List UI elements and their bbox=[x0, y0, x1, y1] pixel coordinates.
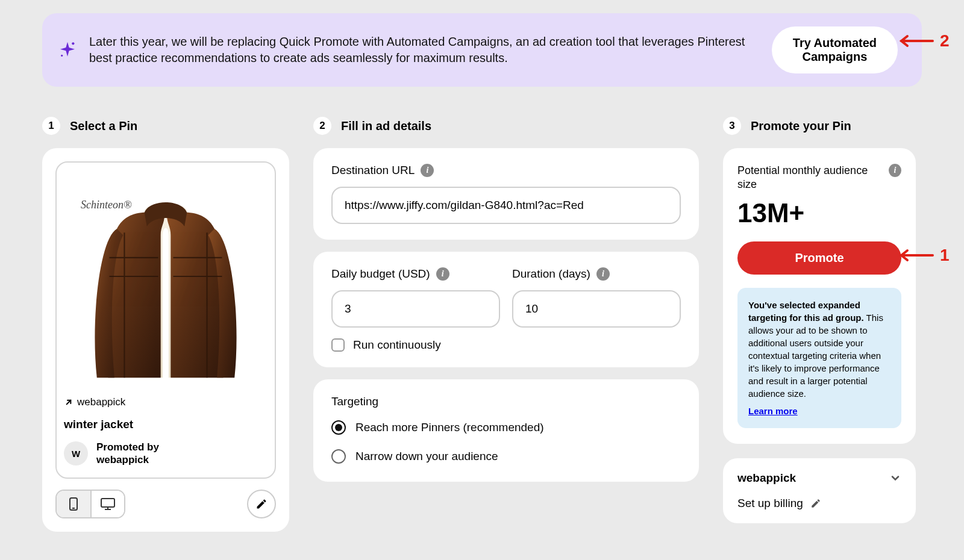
arrow-left-icon bbox=[898, 248, 934, 263]
external-link-icon bbox=[64, 397, 74, 407]
promoted-by: Promoted by webappick bbox=[96, 441, 159, 467]
radio-unselected-icon bbox=[331, 449, 346, 464]
notice-bold: You've selected expanded targeting for t… bbox=[748, 300, 864, 323]
expanded-targeting-notice: You've selected expanded targeting for t… bbox=[737, 288, 901, 428]
billing-account-name: webappick bbox=[737, 471, 796, 485]
set-up-billing-label: Set up billing bbox=[737, 497, 803, 510]
targeting-option-2-label: Narrow down your audience bbox=[355, 450, 498, 463]
targeting-option-1-label: Reach more Pinners (recommended) bbox=[355, 421, 544, 434]
info-icon[interactable]: i bbox=[436, 267, 449, 281]
info-icon[interactable]: i bbox=[421, 164, 434, 177]
annotation-number-2: 2 bbox=[940, 31, 950, 51]
step-2-title: Fill in ad details bbox=[341, 119, 431, 133]
step-3-title: Promote your Pin bbox=[751, 119, 851, 133]
step-3-column: 3 Promote your Pin Potential monthly aud… bbox=[723, 117, 916, 532]
jacket-illustration bbox=[84, 195, 247, 383]
pin-preview-card: Schinteon® bbox=[42, 148, 289, 532]
svg-rect-4 bbox=[101, 499, 114, 507]
pencil-icon[interactable] bbox=[810, 498, 821, 509]
info-icon[interactable]: i bbox=[889, 164, 901, 177]
promoter-avatar: W bbox=[64, 441, 88, 465]
audience-size-label: Potential monthly audience size bbox=[737, 164, 883, 192]
mobile-preview-button[interactable] bbox=[57, 491, 90, 517]
learn-more-link[interactable]: Learn more bbox=[748, 405, 798, 417]
destination-url-card: Destination URL i bbox=[313, 148, 699, 240]
step-1-column: 1 Select a Pin Schinteon® bbox=[42, 117, 289, 532]
annotation-pointer-1: 1 bbox=[898, 246, 950, 265]
pin-domain-text: webappick bbox=[77, 396, 125, 408]
radio-selected-icon bbox=[331, 420, 346, 435]
targeting-option-reach-more[interactable]: Reach more Pinners (recommended) bbox=[331, 420, 681, 435]
billing-card: webappick Set up billing bbox=[723, 458, 916, 523]
run-continuously-row[interactable]: Run continuously bbox=[331, 338, 681, 352]
try-automated-campaigns-button[interactable]: Try Automated Campaigns bbox=[772, 26, 898, 73]
pin-domain-row: webappick bbox=[64, 396, 268, 408]
destination-url-input[interactable] bbox=[331, 187, 681, 224]
step-3-number: 3 bbox=[723, 117, 741, 135]
announcement-text: Later this year, we will be replacing Qu… bbox=[89, 34, 760, 66]
audience-size-value: 13M+ bbox=[737, 198, 901, 228]
annotation-number-1: 1 bbox=[940, 246, 950, 265]
promote-card: Potential monthly audience size i 13M+ P… bbox=[723, 148, 916, 444]
notice-rest: This allows your ad to be shown to addit… bbox=[748, 313, 883, 399]
budget-duration-card: Daily budget (USD) i Duration (days) i R… bbox=[313, 252, 699, 367]
pin-image: Schinteon® bbox=[64, 170, 268, 387]
announcement-banner: Later this year, we will be replacing Qu… bbox=[42, 13, 922, 87]
promoted-by-label: Promoted by bbox=[96, 441, 159, 453]
sparkle-icon bbox=[58, 40, 77, 60]
annotation-pointer-2: 2 bbox=[898, 31, 950, 51]
pin-title: winter jacket bbox=[64, 418, 268, 431]
duration-input[interactable] bbox=[512, 290, 681, 328]
step-1-number: 1 bbox=[42, 117, 60, 135]
step-1-title: Select a Pin bbox=[70, 119, 137, 133]
duration-label: Duration (days) bbox=[512, 267, 590, 281]
targeting-title: Targeting bbox=[331, 395, 681, 408]
run-continuously-label: Run continuously bbox=[353, 338, 441, 352]
promoted-by-name: webappick bbox=[96, 454, 149, 465]
svg-point-0 bbox=[72, 42, 74, 45]
run-continuously-checkbox[interactable] bbox=[331, 338, 345, 352]
svg-point-1 bbox=[61, 55, 63, 57]
step-2-number: 2 bbox=[313, 117, 331, 135]
targeting-option-narrow[interactable]: Narrow down your audience bbox=[331, 449, 681, 464]
daily-budget-label: Daily budget (USD) bbox=[331, 267, 430, 281]
pin-preview[interactable]: Schinteon® bbox=[55, 161, 276, 479]
edit-pin-button[interactable] bbox=[247, 490, 276, 518]
promote-button[interactable]: Promote bbox=[737, 241, 901, 275]
step-2-column: 2 Fill in ad details Destination URL i D… bbox=[313, 117, 699, 532]
arrow-left-icon bbox=[898, 34, 934, 48]
targeting-card: Targeting Reach more Pinners (recommende… bbox=[313, 379, 699, 482]
daily-budget-input[interactable] bbox=[331, 290, 500, 328]
desktop-preview-button[interactable] bbox=[90, 491, 124, 517]
destination-url-label: Destination URL bbox=[331, 164, 415, 177]
info-icon[interactable]: i bbox=[596, 267, 610, 281]
device-preview-toggle bbox=[55, 490, 125, 518]
chevron-down-icon[interactable] bbox=[889, 472, 901, 484]
